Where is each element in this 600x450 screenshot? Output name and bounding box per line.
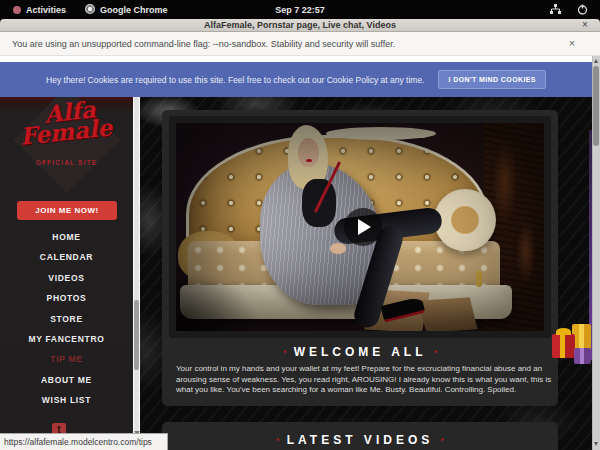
cookie-accept-button[interactable]: I DON'T MIND COOKIES <box>438 70 545 89</box>
play-icon <box>358 219 371 235</box>
sidebar-item-wish-list[interactable]: WISH LIST <box>0 390 133 410</box>
play-button[interactable] <box>344 208 382 246</box>
flag-warning-text: You are using an unsupported command-lin… <box>12 32 395 56</box>
sidebar-item-tip-me[interactable]: TIP ME <box>0 349 133 369</box>
power-icon[interactable] <box>577 4 588 17</box>
window-title: AlfaFemale, Pornstar page, Live chat, Vi… <box>0 19 600 32</box>
cookie-banner: Hey there! Cookies are required to use t… <box>0 62 592 97</box>
screen: Activities Google Chrome Sep 7 22:57 Alf… <box>0 0 600 450</box>
window-scrollbar-thumb[interactable] <box>593 66 599 146</box>
latest-videos-heading-text: LATEST VIDEOS <box>287 433 433 447</box>
sidebar-scrollbar[interactable] <box>133 97 140 450</box>
window-close-icon[interactable]: × <box>578 19 592 32</box>
status-url-bubble: https://alfafemale.modelcentro.com/tips <box>0 433 168 450</box>
heading-bullet-icon: • <box>441 435 444 445</box>
gifts-widget-button[interactable] <box>548 321 592 367</box>
video-thumbnail[interactable] <box>176 123 544 331</box>
official-site-tagline: OFFICIAL SITE <box>0 159 133 166</box>
web-page: Alfa Female OFFICIAL SITE JOIN ME NOW! H… <box>0 97 592 450</box>
sidebar-menu: HOME CALENDAR VIDEOS PHOTOS STORE MY FAN… <box>0 227 133 411</box>
sidebar-item-photos[interactable]: PHOTOS <box>0 288 133 308</box>
join-me-now-button[interactable]: JOIN ME NOW! <box>17 201 117 220</box>
scroll-down-icon[interactable] <box>594 442 598 446</box>
heading-bullet-icon: • <box>276 435 279 445</box>
clock[interactable]: Sep 7 22:57 <box>0 5 600 15</box>
sidebar-item-my-fancentro[interactable]: MY FANCENTRO <box>0 329 133 349</box>
network-icon[interactable] <box>550 4 561 17</box>
video-player <box>169 116 551 338</box>
sidebar-scrollbar-thumb[interactable] <box>134 300 139 370</box>
sidebar-item-videos[interactable]: VIDEOS <box>0 268 133 288</box>
welcome-heading-text: WELCOME ALL <box>294 345 427 359</box>
gnome-top-bar: Activities Google Chrome Sep 7 22:57 <box>0 0 600 19</box>
sidebar-item-home[interactable]: HOME <box>0 227 133 247</box>
welcome-paragraph: Your control in my hands and your wallet… <box>176 364 552 396</box>
gift-box-icon <box>574 348 591 364</box>
scroll-up-icon[interactable] <box>594 59 598 63</box>
flag-warning-close-icon[interactable]: × <box>564 36 580 52</box>
gift-bow-icon <box>556 328 571 335</box>
window-title-bar: AlfaFemale, Pornstar page, Live chat, Vi… <box>0 19 600 32</box>
heading-bullet-icon: • <box>283 347 286 357</box>
sidebar-item-store[interactable]: STORE <box>0 309 133 329</box>
welcome-panel: • WELCOME ALL • Your control in my hands… <box>162 110 558 406</box>
cookie-message: Hey there! Cookies are required to use t… <box>46 75 424 85</box>
main-content: • WELCOME ALL • Your control in my hands… <box>140 97 592 450</box>
latest-videos-panel: • LATEST VIDEOS • <box>162 422 558 450</box>
latest-videos-heading: • LATEST VIDEOS • <box>162 433 558 447</box>
sidebar: Alfa Female OFFICIAL SITE JOIN ME NOW! H… <box>0 97 133 450</box>
sidebar-item-about-me[interactable]: ABOUT ME <box>0 370 133 390</box>
welcome-heading: • WELCOME ALL • <box>162 345 558 359</box>
sidebar-item-calendar[interactable]: CALENDAR <box>0 247 133 267</box>
flag-warning-bar: You are using an unsupported command-lin… <box>0 32 600 56</box>
heading-bullet-icon: • <box>434 347 437 357</box>
gift-box-icon <box>552 334 575 358</box>
